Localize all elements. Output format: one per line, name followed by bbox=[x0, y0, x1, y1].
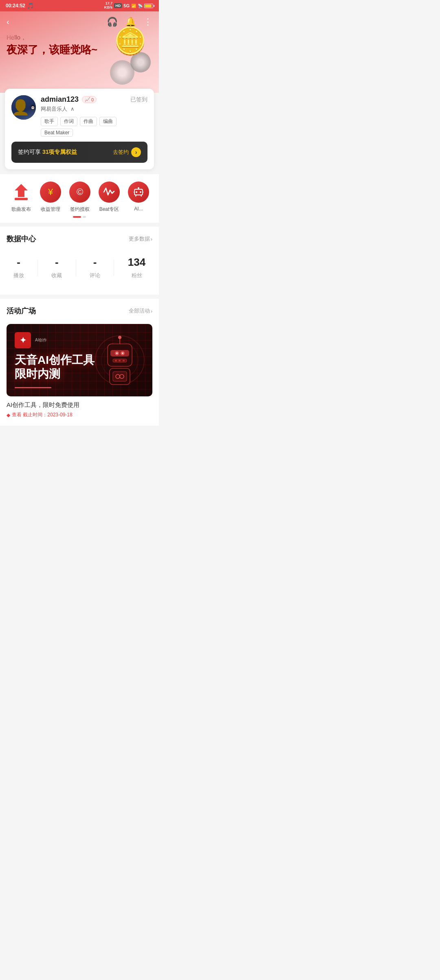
profile-card: admian123 📈 0 已签到 网易音乐人 ∧ 歌手 作词 作曲 编曲 Be… bbox=[5, 89, 154, 169]
activity-caption-area: AI创作工具，限时免费使用 ◆ 查看 截止时间：2023-09-18 bbox=[7, 401, 152, 418]
action-publish[interactable]: 歌曲发布 bbox=[7, 182, 36, 213]
contract-arrow-icon: › bbox=[131, 147, 141, 157]
quick-actions-scroll: 歌曲发布 ¥ 收益管理 © 签约授权 Beat专区 bbox=[0, 182, 159, 213]
stat-comments: - 评论 bbox=[90, 256, 100, 279]
data-center-section: 数据中心 更多数据 › - 播放 - 收藏 - 评论 134 粉丝 bbox=[0, 227, 159, 295]
5g-badge: 5G bbox=[123, 3, 130, 8]
data-center-header: 数据中心 更多数据 › bbox=[7, 234, 152, 244]
progress-fill bbox=[15, 387, 51, 388]
stat-comments-value: - bbox=[93, 256, 97, 269]
action-revenue[interactable]: ¥ 收益管理 bbox=[36, 182, 65, 213]
scroll-dot-active bbox=[73, 216, 81, 218]
status-bar-right: 17.7KB/s HD 5G 📶 📡 bbox=[104, 2, 153, 10]
ai-logo-box: ✦ bbox=[15, 332, 31, 348]
svg-point-9 bbox=[32, 107, 33, 107]
contract-banner[interactable]: 签约可享 31项专属权益 去签约 › bbox=[11, 142, 147, 163]
svg-rect-32 bbox=[115, 360, 117, 361]
trend-badge: 📈 0 bbox=[82, 96, 97, 103]
stat-comments-label: 评论 bbox=[90, 272, 100, 279]
action-ai-label: AI... bbox=[134, 206, 143, 212]
chevron-right-icon: › bbox=[151, 236, 152, 242]
stat-fans-label: 粉丝 bbox=[132, 272, 142, 279]
ai-icon bbox=[128, 182, 149, 203]
stat-fans: 134 粉丝 bbox=[128, 256, 145, 279]
tag-lyricist[interactable]: 作词 bbox=[60, 117, 77, 126]
activity-banner-content: ✦ AI创作 天音AI创作工具限时内测 bbox=[7, 324, 103, 396]
activity-banner[interactable]: ✦ AI创作 天音AI创作工具限时内测 bbox=[7, 324, 152, 396]
stats-row: - 播放 - 收藏 - 评论 134 粉丝 bbox=[7, 252, 152, 287]
wifi-icon: 📡 bbox=[138, 4, 143, 8]
profile-info: admian123 📈 0 已签到 网易音乐人 ∧ 歌手 作词 作曲 编曲 Be… bbox=[41, 95, 147, 137]
profile-username: admian123 bbox=[41, 95, 79, 104]
cloud-decoration: ☁ bbox=[0, 22, 16, 43]
svg-point-10 bbox=[33, 107, 34, 107]
contract-highlight: 31项专属权益 bbox=[42, 149, 77, 155]
avatar-image bbox=[11, 95, 36, 120]
activities-more[interactable]: 全部活动 › bbox=[129, 307, 152, 315]
action-beat[interactable]: Beat专区 bbox=[95, 182, 124, 213]
app-icon: 🎵 bbox=[27, 2, 34, 9]
profile-tags: 歌手 作词 作曲 编曲 Beat Maker bbox=[41, 117, 147, 137]
svg-point-17 bbox=[136, 191, 137, 193]
banner-tag-ai: AI创作 bbox=[35, 337, 47, 343]
svg-point-15 bbox=[138, 187, 139, 189]
scroll-dot-inactive bbox=[83, 216, 86, 218]
activities-chevron-icon: › bbox=[151, 308, 152, 314]
action-beat-label: Beat专区 bbox=[99, 206, 119, 213]
hd-badge: HD bbox=[114, 3, 122, 8]
svg-point-30 bbox=[122, 352, 123, 354]
tag-arranger[interactable]: 编曲 bbox=[99, 117, 117, 126]
activities-section: 活动广场 全部活动 › ✦ AI创作 天音AI创作工具限时内测 bbox=[0, 299, 159, 426]
stat-fans-value: 134 bbox=[128, 256, 145, 269]
action-revenue-label: 收益管理 bbox=[41, 206, 60, 213]
contract-action-label: 去签约 bbox=[113, 149, 129, 156]
stat-plays: - 播放 bbox=[13, 256, 24, 279]
svg-line-21 bbox=[136, 195, 136, 197]
profile-name-row: admian123 📈 0 已签到 bbox=[41, 95, 147, 104]
tag-beatmaker[interactable]: Beat Maker bbox=[41, 129, 73, 137]
stat-plays-value: - bbox=[17, 256, 20, 269]
contract-icon: © bbox=[69, 182, 90, 203]
stat-divider-1 bbox=[37, 260, 38, 276]
stat-favorites: - 收藏 bbox=[51, 256, 62, 279]
signed-label[interactable]: 已签到 bbox=[130, 96, 147, 103]
signal-icon: 📶 bbox=[131, 4, 136, 8]
svg-line-22 bbox=[141, 195, 141, 197]
activity-meta-text: 查看 截止时间：2023-09-18 bbox=[12, 411, 73, 418]
trend-value: 0 bbox=[91, 97, 94, 102]
header-banner: ‹ 🎧 🔔 ⋮ Hello， 夜深了，该睡觉咯~ 🪙 ☁ bbox=[0, 11, 159, 93]
upload-icon bbox=[11, 182, 32, 203]
battery-indicator bbox=[144, 4, 153, 8]
action-publish-label: 歌曲发布 bbox=[11, 206, 31, 213]
activity-banner-title: 天音AI创作工具限时内测 bbox=[15, 353, 95, 381]
tag-singer[interactable]: 歌手 bbox=[41, 117, 58, 126]
subtitle-arrow: ∧ bbox=[70, 106, 75, 112]
stat-favorites-value: - bbox=[55, 256, 59, 269]
status-bar: 00:24:52 🎵 17.7KB/s HD 5G 📶 📡 bbox=[0, 0, 159, 11]
svg-rect-26 bbox=[110, 350, 129, 357]
status-bar-left: 00:24:52 🎵 bbox=[6, 2, 34, 9]
contract-action[interactable]: 去签约 › bbox=[113, 147, 141, 157]
money-icon: ¥ bbox=[40, 182, 61, 203]
quick-actions-section: 歌曲发布 ¥ 收益管理 © 签约授权 Beat专区 bbox=[0, 174, 159, 223]
data-center-more[interactable]: 更多数据 › bbox=[129, 235, 152, 243]
tag-composer[interactable]: 作曲 bbox=[80, 117, 97, 126]
stat-divider-2 bbox=[76, 260, 76, 276]
activity-meta: ◆ 查看 截止时间：2023-09-18 bbox=[7, 411, 152, 418]
data-center-title: 数据中心 bbox=[7, 234, 36, 244]
avatar bbox=[11, 95, 36, 120]
activities-header: 活动广场 全部活动 › bbox=[7, 306, 152, 316]
stat-plays-label: 播放 bbox=[13, 272, 24, 279]
svg-marker-12 bbox=[15, 184, 28, 197]
time-display: 00:24:52 bbox=[6, 3, 25, 9]
action-contract[interactable]: © 签约授权 bbox=[65, 182, 95, 213]
activities-title: 活动广场 bbox=[7, 306, 36, 316]
svg-rect-3 bbox=[34, 107, 35, 109]
contract-prefix: 签约可享 bbox=[18, 149, 41, 155]
scroll-indicator bbox=[0, 216, 159, 218]
contract-text: 签约可享 31项专属权益 bbox=[18, 149, 77, 156]
svg-rect-2 bbox=[31, 107, 32, 109]
activity-caption-text: AI创作工具，限时免费使用 bbox=[7, 401, 152, 409]
action-contract-label: 签约授权 bbox=[70, 206, 90, 213]
action-ai[interactable]: AI... bbox=[124, 182, 153, 213]
